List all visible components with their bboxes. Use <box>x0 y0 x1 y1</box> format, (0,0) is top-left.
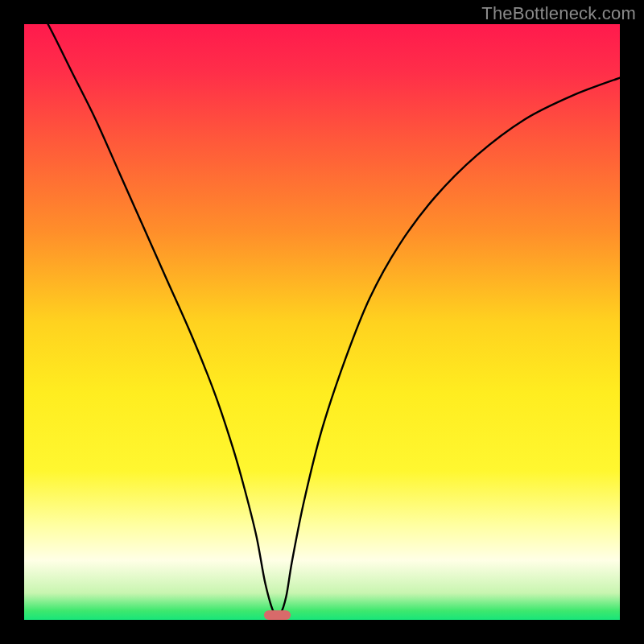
plot-background <box>24 24 620 620</box>
bottleneck-chart <box>0 0 644 644</box>
chart-frame: TheBottleneck.com <box>0 0 644 644</box>
watermark-text: TheBottleneck.com <box>481 3 636 24</box>
optimal-marker <box>264 610 291 620</box>
